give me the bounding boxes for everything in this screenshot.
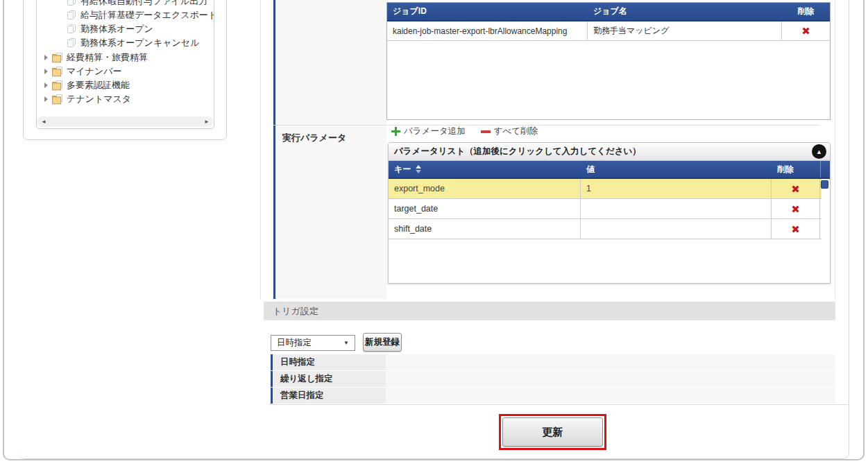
parameter-list-panel: パラメータリスト（追加後にクリックして入力してください） ▲ キー 値 削除 bbox=[388, 142, 831, 284]
delete-all-icon[interactable] bbox=[481, 130, 491, 133]
scroll-right-icon[interactable]: ► bbox=[204, 119, 210, 125]
delete-icon[interactable]: ✖ bbox=[791, 184, 800, 194]
tree-item-label: 勤務体系オープン bbox=[80, 23, 153, 35]
delete-job-button[interactable]: ✖ bbox=[782, 21, 830, 40]
folder-icon bbox=[52, 67, 63, 77]
delete-icon[interactable]: ✖ bbox=[791, 224, 800, 234]
folder-icon bbox=[52, 94, 63, 105]
trigger-row-content bbox=[386, 388, 835, 404]
tree-item-label: 多要素認証機能 bbox=[67, 79, 130, 92]
scroll-left-icon[interactable]: ◄ bbox=[41, 119, 46, 125]
divider bbox=[271, 404, 849, 405]
tree-item-label: 勤務体系オープンキャンセル bbox=[80, 37, 199, 49]
param-key-cell[interactable]: export_mode bbox=[389, 179, 581, 198]
trigger-section-header: トリガ設定 bbox=[264, 302, 835, 320]
tree-item-label: マイナンバー bbox=[67, 65, 122, 78]
parameter-list-title: パラメータリスト（追加後にクリックして入力してください） bbox=[394, 146, 641, 157]
param-table-header: キー 値 削除 bbox=[389, 161, 830, 179]
job-section-label-cell bbox=[273, 0, 386, 125]
param-value-cell[interactable] bbox=[581, 219, 772, 239]
table-row: kaiden-job-master-export-lbrAllowanceMap… bbox=[387, 21, 830, 41]
job-form-container: ジョブID ジョブ名 削除 kaiden-job-master-export-l… bbox=[260, 0, 835, 299]
tree-item-folder-1[interactable]: マイナンバー bbox=[37, 64, 214, 78]
chevron-down-icon: ▼ bbox=[343, 340, 349, 346]
delete-all-button[interactable]: すべて削除 bbox=[494, 126, 538, 137]
collapse-panel-button[interactable]: ▲ bbox=[812, 144, 826, 159]
trigger-row-label: 営業日指定 bbox=[271, 388, 386, 404]
job-settings-screen: 有給休暇自動付与ファイル出力 有給休暇自動付与ファイル出力 給与計算基礎データエ… bbox=[0, 0, 868, 466]
param-value-cell[interactable]: 1 bbox=[581, 179, 772, 198]
trigger-row-content bbox=[386, 354, 835, 370]
tree-item-file-1[interactable]: 給与計算基礎データエクスポート bbox=[37, 8, 214, 22]
tree-item-folder-0[interactable]: 経費精算・旅費精算 bbox=[37, 51, 214, 64]
trigger-row-label: 日時指定 bbox=[271, 354, 386, 370]
value-column-header: 値 bbox=[581, 161, 772, 178]
update-button[interactable]: 更新 bbox=[502, 417, 603, 447]
register-button[interactable]: 新規登録 bbox=[363, 333, 402, 352]
delete-icon[interactable]: ✖ bbox=[801, 26, 810, 36]
delete-param-button[interactable]: ✖ bbox=[772, 219, 820, 239]
tree-item-label: 有給休暇自動付与ファイル出力 bbox=[80, 0, 207, 8]
table-row: 繰り返し指定 bbox=[271, 371, 835, 387]
tree-item-file-0[interactable]: 有給休暇自動付与ファイル出力 bbox=[37, 0, 214, 8]
expand-arrow-icon[interactable] bbox=[44, 55, 48, 60]
tree-item-label: 給与計算基礎データエクスポート bbox=[80, 9, 214, 21]
tree-item-file-2[interactable]: 勤務体系オープン bbox=[37, 22, 214, 36]
key-column-header[interactable]: キー bbox=[389, 161, 581, 178]
trigger-row-content bbox=[386, 371, 835, 387]
job-table-header: ジョブID ジョブ名 削除 bbox=[387, 3, 830, 21]
tree-item-folder-2[interactable]: 多要素認証機能 bbox=[37, 78, 214, 92]
delete-param-button[interactable]: ✖ bbox=[772, 199, 820, 218]
file-icon bbox=[67, 10, 77, 21]
trigger-section-title: トリガ設定 bbox=[273, 305, 318, 318]
add-parameter-button[interactable]: パラメータ追加 bbox=[404, 126, 466, 137]
folder-icon bbox=[52, 53, 63, 63]
job-table: ジョブID ジョブ名 削除 kaiden-job-master-export-l… bbox=[386, 2, 831, 120]
expand-arrow-icon[interactable] bbox=[44, 83, 48, 88]
delete-param-button[interactable]: ✖ bbox=[772, 179, 820, 198]
scrollbar-gutter bbox=[820, 161, 830, 178]
file-icon bbox=[67, 37, 77, 49]
tree-item-label: 経費精算・旅費精算 bbox=[67, 51, 148, 64]
tree-horizontal-scrollbar[interactable]: ◄ ► bbox=[37, 116, 213, 127]
trigger-table: 日時指定 繰り返し指定 営業日指定 bbox=[271, 354, 835, 404]
tree-item-label: テナントマスタ bbox=[67, 93, 131, 105]
table-row[interactable]: target_date ✖ bbox=[389, 199, 822, 219]
annotation-highlight-box: 更新 bbox=[499, 414, 606, 450]
file-icon bbox=[67, 0, 77, 7]
file-icon bbox=[67, 24, 77, 35]
tree-item-file-3[interactable]: 勤務体系オープンキャンセル bbox=[37, 36, 214, 50]
trigger-row-label: 繰り返し指定 bbox=[271, 371, 386, 387]
tree-item-folder-3[interactable]: テナントマスタ bbox=[37, 92, 214, 106]
table-row[interactable]: shift_date ✖ bbox=[389, 219, 822, 239]
add-parameter-icon[interactable] bbox=[391, 127, 400, 136]
table-row: 日時指定 bbox=[271, 354, 835, 370]
sort-icon[interactable] bbox=[416, 165, 421, 173]
job-id-column-header: ジョブID bbox=[387, 3, 588, 20]
trigger-type-select[interactable]: 日時指定 ▼ bbox=[271, 335, 355, 351]
job-tree-panel[interactable]: 有給休暇自動付与ファイル出力 有給休暇自動付与ファイル出力 給与計算基礎データエ… bbox=[36, 0, 214, 129]
param-toolbar: パラメータ追加 すべて削除 bbox=[391, 126, 538, 137]
folder-icon bbox=[52, 80, 63, 91]
expand-arrow-icon[interactable] bbox=[44, 69, 48, 74]
param-key-cell[interactable]: target_date bbox=[389, 199, 581, 218]
vertical-scrollbar-thumb[interactable] bbox=[821, 180, 828, 189]
param-section-label: 実行パラメータ bbox=[275, 126, 386, 144]
table-row: 営業日指定 bbox=[271, 388, 835, 404]
param-key-cell[interactable]: shift_date bbox=[389, 219, 581, 239]
param-value-cell[interactable] bbox=[581, 199, 772, 218]
delete-column-header: 削除 bbox=[782, 3, 830, 20]
delete-column-header: 削除 bbox=[772, 161, 820, 178]
trigger-type-value: 日時指定 bbox=[277, 337, 312, 349]
param-section-label-cell: 実行パラメータ bbox=[273, 126, 386, 299]
job-name-cell: 勤務手当マッピング bbox=[588, 21, 782, 40]
expand-arrow-icon[interactable] bbox=[44, 96, 48, 102]
job-name-column-header: ジョブ名 bbox=[588, 3, 782, 20]
delete-icon[interactable]: ✖ bbox=[791, 204, 800, 214]
parameter-list-header: パラメータリスト（追加後にクリックして入力してください） ▲ bbox=[389, 143, 830, 161]
job-id-cell: kaiden-job-master-export-lbrAllowanceMap… bbox=[387, 21, 588, 40]
collapse-icon: ▲ bbox=[816, 148, 822, 155]
table-row[interactable]: export_mode 1 ✖ bbox=[389, 179, 822, 199]
